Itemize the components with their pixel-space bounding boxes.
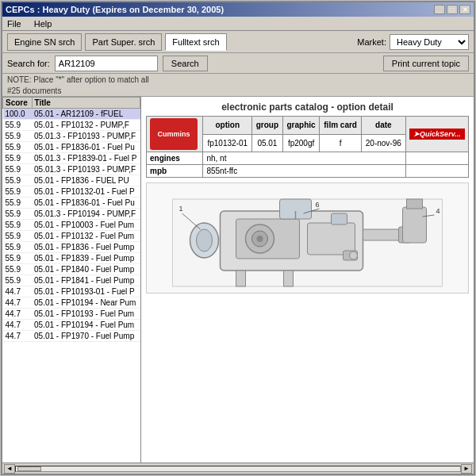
table-row[interactable]: 55.905.01 - FP10132-01 - Fuel P <box>3 186 140 198</box>
tab-engine-sn[interactable]: Engine SN srch <box>7 33 82 51</box>
scroll-right-arrow[interactable]: ► <box>461 464 472 474</box>
engines-value: nh, nt <box>203 152 405 165</box>
table-row[interactable]: 44.705.01 - FP10193 - Fuel Pum <box>3 309 140 320</box>
minimize-button[interactable]: _ <box>434 5 445 14</box>
row-title: 05.01 - FP10194 - Near Pum <box>32 298 140 309</box>
svg-point-12 <box>197 229 213 251</box>
scrollbar-horizontal: ◄ ► <box>2 463 474 474</box>
table-row[interactable]: 44.705.01 - FP10194 - Fuel Pum <box>3 320 140 331</box>
row-title: 05.01 - FP10132 - PUMP,F <box>32 120 140 131</box>
table-row[interactable]: 55.905.01 - FP10003 - Fuel Pum <box>3 220 140 231</box>
table-row[interactable]: 55.905.01.3 - FP10193 - PUMP,F <box>3 164 140 175</box>
main-window: CEPCs : Heavy Duty (Expires on December … <box>1 1 475 475</box>
title-bar-buttons: _ □ ✕ <box>434 5 470 14</box>
row-title: 05.01 - FP10193 - Fuel Pum <box>32 309 140 320</box>
row-score: 55.9 <box>3 209 33 220</box>
table-row[interactable]: 44.705.01 - FP10194 - Near Pum <box>3 298 140 309</box>
table-row[interactable]: 55.905.01.3 - FP10193 - PUMP,F <box>3 131 140 142</box>
row-title: 05.01 - FP10193-01 - Fuel P <box>32 286 140 298</box>
scroll-left-arrow[interactable]: ◄ <box>4 464 15 474</box>
engine-diagram-svg: 1 6 4 <box>147 183 468 294</box>
col-score: Score <box>3 98 33 109</box>
table-row[interactable]: 55.905.01 - FP1836-01 - Fuel Pu <box>3 142 140 153</box>
doc-count-text: #25 documents <box>7 86 61 95</box>
table-row[interactable]: 55.905.01 - FP1836-01 - Fuel Pu <box>3 198 140 209</box>
table-row[interactable]: 55.905.01 - FP1836 - Fuel Pump <box>3 242 140 253</box>
row-title: 05.01.3 - FP10194 - PUMP,F <box>32 209 140 220</box>
svg-rect-15 <box>403 207 427 243</box>
row-title: 05.01 - FP1836 - FUEL PU <box>32 175 140 186</box>
tab-part-super[interactable]: Part Super. srch <box>85 33 162 51</box>
detail-group: 05.01 <box>252 134 283 152</box>
row-title: 05.01 - FP10194 - Fuel Pum <box>32 320 140 331</box>
row-title: 05.01 - FP1839 - Fuel Pump <box>32 253 140 264</box>
row-score: 55.9 <box>3 153 33 164</box>
row-score: 55.9 <box>3 275 33 286</box>
doc-count-bar: #25 documents <box>2 86 474 96</box>
row-score: 44.7 <box>3 331 33 342</box>
row-score: 55.9 <box>3 198 33 209</box>
note-text: NOTE: Place "*" after option to match al… <box>7 75 149 84</box>
scroll-thumb[interactable] <box>17 466 41 471</box>
detail-graphic: fp200gf <box>282 134 320 152</box>
row-title: 05.01 - FP1836-01 - Fuel Pu <box>32 198 140 209</box>
table-row[interactable]: 55.905.01 - FP10132 - PUMP,F <box>3 120 140 131</box>
row-title: 05.01 - AR12109 - fFUEL <box>32 109 140 120</box>
table-row[interactable]: 55.905.01 - FP1841 - Fuel Pump <box>3 275 140 286</box>
tab-fulltext[interactable]: Fulltext srch <box>165 33 226 51</box>
print-button[interactable]: Print current topic <box>383 56 469 71</box>
menu-file[interactable]: File <box>6 19 23 29</box>
detail-panel: electronic parts catalog - option detail… <box>141 97 474 463</box>
menu-bar: File Help <box>2 17 474 31</box>
col-group: group <box>252 117 283 135</box>
search-label: Search for: <box>7 59 50 68</box>
mpb-value: 855nt-ffc <box>203 165 405 178</box>
row-score: 55.9 <box>3 242 33 253</box>
row-title: 05.01 - FP1836-01 - Fuel Pu <box>32 142 140 153</box>
table-row[interactable]: 55.905.01 - FP10132 - Fuel Pum <box>3 231 140 242</box>
market-label: Market: <box>357 37 386 47</box>
market-select[interactable]: Heavy Duty Medium Duty Light Duty <box>390 34 469 50</box>
row-score: 55.9 <box>3 175 33 186</box>
row-score: 44.7 <box>3 286 33 298</box>
note-bar: NOTE: Place "*" after option to match al… <box>2 74 474 86</box>
svg-point-26 <box>350 251 358 259</box>
search-input[interactable] <box>55 56 158 71</box>
engines-label: engines <box>147 152 203 165</box>
row-score: 55.9 <box>3 164 33 175</box>
table-row[interactable]: 55.905.01 - FP1839 - Fuel Pump <box>3 253 140 264</box>
table-row[interactable]: 55.905.01 - FP1836 - FUEL PU <box>3 175 140 186</box>
window-title: CEPCs : Heavy Duty (Expires on December … <box>6 5 224 14</box>
row-title: 05.01 - FP10132 - Fuel Pum <box>32 231 140 242</box>
table-row[interactable]: 55.905.01 - FP1840 - Fuel Pump <box>3 264 140 275</box>
row-title: 05.01 - FP1970 - Fuel Pump <box>32 331 140 342</box>
svg-rect-24 <box>332 213 347 225</box>
row-title: 05.01 - FP1840 - Fuel Pump <box>32 264 140 275</box>
row-title: 05.01 - FP10132-01 - Fuel P <box>32 186 140 198</box>
maximize-button[interactable]: □ <box>447 5 458 14</box>
menu-help[interactable]: Help <box>33 19 54 29</box>
title-bar: CEPCs : Heavy Duty (Expires on December … <box>2 2 474 17</box>
results-panel: Score Title 100.005.01 - AR12109 - fFUEL… <box>2 97 141 463</box>
svg-rect-17 <box>407 199 423 209</box>
table-row[interactable]: 100.005.01 - AR12109 - fFUEL <box>3 109 140 120</box>
parts-diagram: 1 6 4 <box>146 182 469 294</box>
svg-text:1: 1 <box>179 205 183 213</box>
row-title: 05.01.3 - FP1839-01 - Fuel P <box>32 153 140 164</box>
row-score: 55.9 <box>3 253 33 264</box>
catalog-header: electronic parts catalog - option detail <box>146 102 469 113</box>
row-score: 55.9 <box>3 220 33 231</box>
table-row[interactable]: 44.705.01 - FP10193-01 - Fuel P <box>3 286 140 298</box>
table-row[interactable]: 55.905.01.3 - FP1839-01 - Fuel P <box>3 153 140 164</box>
table-row[interactable]: 44.705.01 - FP1970 - Fuel Pump <box>3 331 140 342</box>
svg-rect-13 <box>236 271 246 286</box>
row-score: 55.9 <box>3 120 33 131</box>
search-button[interactable]: Search <box>163 56 208 71</box>
svg-rect-7 <box>363 229 403 240</box>
table-row[interactable]: 55.905.01.3 - FP10194 - PUMP,F <box>3 209 140 220</box>
row-score: 44.7 <box>3 309 33 320</box>
col-graphic: graphic <box>282 117 320 135</box>
quickserve-logo-cell: ➤QuickServ... <box>405 117 468 152</box>
svg-rect-14 <box>284 271 294 286</box>
close-button[interactable]: ✕ <box>459 5 470 14</box>
